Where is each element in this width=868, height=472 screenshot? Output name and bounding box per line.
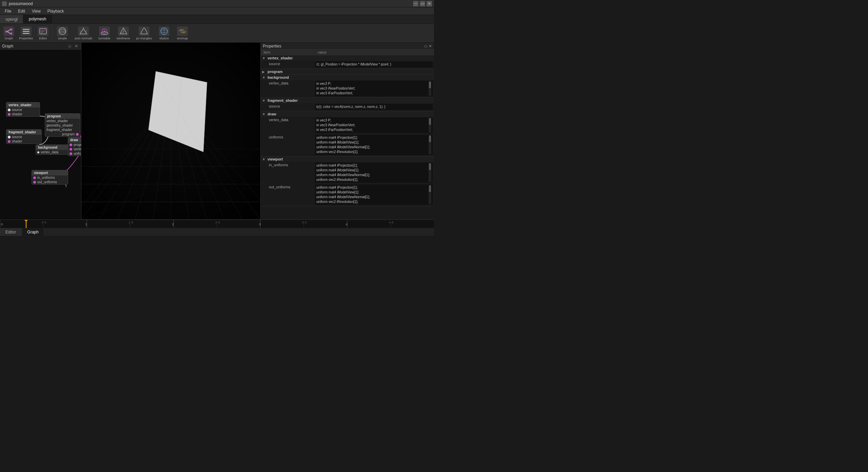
menubar: File Edit View Playback xyxy=(0,7,434,15)
toolbar-turntable-button[interactable]: turntable xyxy=(97,26,112,41)
minimize-button[interactable]: ─ xyxy=(413,1,418,6)
timeline-ruler[interactable]: 0 0.5 1 1.5 2 2.5 3 3.5 4 xyxy=(0,220,434,228)
props-row-draw-vd: vertex_data in vec3 P;in vec3 iNearPosit… xyxy=(261,117,434,134)
graph-panel: Graph ◇ ✕ xyxy=(0,43,81,220)
prop-value-vs-source[interactable]: /z; gl_Position = iProjection * iModelVi… xyxy=(315,61,433,68)
toolbar-pn-triangles-button[interactable]: pn triangles xyxy=(135,26,154,41)
scrollbar-vp-inu[interactable] xyxy=(429,163,431,182)
toolbar-envmap-button[interactable]: envmap xyxy=(175,26,190,41)
prop-value-draw-uni[interactable]: uniform mat4 iProjection[1];uniform mat4… xyxy=(315,135,433,155)
skybox-icon xyxy=(159,26,170,36)
scrollbar-draw-vd[interactable] xyxy=(429,118,431,132)
svg-line-3 xyxy=(7,30,10,32)
app-title: possumwood xyxy=(9,1,33,6)
menu-file[interactable]: File xyxy=(1,8,15,14)
prop-value-bg-vd[interactable]: in vec3 P;in vec3 iNearPositionVert;in v… xyxy=(315,81,433,96)
properties-panel-header: Properties ◇ ✕ xyxy=(261,43,434,50)
prop-name-bg-vd: vertex_data xyxy=(269,81,315,85)
node-draw[interactable]: draw program vertex_data uniforms xyxy=(68,137,81,156)
menu-playback[interactable]: Playback xyxy=(44,8,67,14)
props-section-row-vertex-shader[interactable]: ▼ vertex_shader xyxy=(261,55,434,61)
menu-edit[interactable]: Edit xyxy=(15,8,28,14)
props-row-draw-uni: uniforms uniform mat4 iProjection[1];uni… xyxy=(261,134,434,156)
props-row-fs-source: source ty)); color = vec4(norm.z, norm.z… xyxy=(261,103,434,111)
editor-label: Editor xyxy=(39,37,47,40)
port-prog-gs: geometry_shader xyxy=(45,123,80,128)
toolbar-auto-normals-button[interactable]: auto normals xyxy=(73,26,94,41)
toolbar-editor-button[interactable]: Editor xyxy=(36,26,51,41)
bottom-tab-graph[interactable]: Graph xyxy=(22,228,44,236)
port-vp-inu: in_uniforms xyxy=(32,175,68,180)
props-section-row-viewport[interactable]: ▼ viewport xyxy=(261,156,434,162)
scrollbar-vp-outu[interactable] xyxy=(429,185,431,204)
properties-label: Properties xyxy=(19,37,33,40)
wireframe-label: wireframe xyxy=(117,37,130,40)
svg-line-16 xyxy=(80,31,81,32)
node-vertex-shader[interactable]: vertex_shader source shader xyxy=(6,102,40,117)
auto-normals-label: auto normals xyxy=(75,37,92,40)
properties-icon xyxy=(21,26,32,36)
node-program[interactable]: program vertex_shader geometry_shader fr… xyxy=(45,113,80,137)
port-vs-shader: shader xyxy=(6,112,40,116)
simple-icon xyxy=(57,26,68,36)
section-name-program: program xyxy=(268,70,283,74)
svg-text:4: 4 xyxy=(346,223,348,226)
graph-panel-header: Graph ◇ ✕ xyxy=(0,43,81,50)
restore-button[interactable]: ▭ xyxy=(420,1,425,6)
props-section-row-draw[interactable]: ▼ draw xyxy=(261,111,434,117)
timeline[interactable]: 0 0.5 1 1.5 2 2.5 3 3.5 4 xyxy=(0,220,434,228)
props-section-row-fragment-shader[interactable]: ▼ fragment_shader xyxy=(261,98,434,103)
svg-point-20 xyxy=(104,31,105,32)
tab-opengl[interactable]: opengl xyxy=(0,15,23,23)
toolbar-graph-button[interactable]: Graph xyxy=(1,26,16,41)
props-section-fragment-shader: ▼ fragment_shader source ty)); color = v… xyxy=(261,98,434,111)
props-row-vp-inu: in_uniforms uniform mat4 iProjection[1];… xyxy=(261,162,434,184)
svg-text:4.5: 4.5 xyxy=(389,221,394,224)
toolbar-simple-button[interactable]: simple xyxy=(55,26,70,41)
node-draw-header: draw xyxy=(68,137,81,143)
graph-canvas[interactable]: vertex_shader source shader fragment_sha… xyxy=(0,50,81,220)
prop-value-draw-vd[interactable]: in vec3 P;in vec3 iNearPositionVert;in v… xyxy=(315,117,433,133)
port-draw-uni: uniforms xyxy=(68,151,81,156)
close-button[interactable]: ✕ xyxy=(427,1,432,6)
graph-panel-close-button[interactable]: ✕ xyxy=(74,44,79,49)
graph-panel-float-button[interactable]: ◇ xyxy=(67,44,72,49)
mesh-3d-object xyxy=(144,64,219,159)
prop-value-vp-inu[interactable]: uniform mat4 iProjection[1];uniform mat4… xyxy=(315,163,433,183)
node-background[interactable]: background vertex_data xyxy=(36,145,72,155)
tab-polymesh[interactable]: polymesh xyxy=(23,15,52,23)
arrow-icon: ▼ xyxy=(262,56,266,60)
pntriangles-icon xyxy=(139,26,150,36)
port-prog-fs: fragment_shader xyxy=(45,128,80,132)
scrollbar-thumb xyxy=(429,163,431,170)
port-dot xyxy=(33,176,36,179)
skybox-label: skybox xyxy=(159,37,169,40)
props-section-row-program[interactable]: ▶ program xyxy=(261,69,434,74)
toolbar-wireframe-button[interactable]: wireframe xyxy=(115,26,132,41)
toolbar-skybox-button[interactable]: skybox xyxy=(157,26,172,41)
node-viewport[interactable]: viewport in_uniforms out_uniforms xyxy=(32,170,68,185)
node-fragment-shader[interactable]: fragment_shader source shader xyxy=(6,129,42,144)
port-prog-out: program xyxy=(45,132,80,136)
svg-rect-8 xyxy=(40,29,46,34)
port-dot xyxy=(76,133,79,136)
props-col-value: value xyxy=(318,50,431,54)
props-section-vertex-shader: ▼ vertex_shader source /z; gl_Position =… xyxy=(261,55,434,69)
props-section-viewport: ▼ viewport in_uniforms uniform mat4 iPro… xyxy=(261,156,434,206)
properties-panel: Properties ◇ ✕ item value ▼ vertex_shade… xyxy=(260,43,434,220)
prop-value-fs-source[interactable]: ty)); color = vec4(norm.z, norm.z, norm.… xyxy=(315,104,433,110)
bottom-tab-editor[interactable]: Editor xyxy=(0,228,22,236)
prop-value-vp-outu[interactable]: uniform mat4 iProjection[1];uniform mat4… xyxy=(315,185,433,205)
viewport-3d-panel[interactable] xyxy=(81,43,260,220)
properties-panel-close-button[interactable]: ✕ xyxy=(429,44,432,49)
scrollbar-draw-uni[interactable] xyxy=(429,135,431,154)
properties-panel-float-button[interactable]: ◇ xyxy=(424,44,427,49)
prop-name-vp-outu: out_uniforms xyxy=(269,185,315,189)
svg-rect-0 xyxy=(5,31,7,33)
toolbar-properties-button[interactable]: Properties xyxy=(18,26,34,41)
port-dot xyxy=(8,140,11,143)
props-section-row-background[interactable]: ▼ background xyxy=(261,75,434,80)
scrollbar-bg-vd[interactable] xyxy=(429,81,431,96)
viewport-3d[interactable] xyxy=(81,43,260,220)
menu-view[interactable]: View xyxy=(28,8,44,14)
